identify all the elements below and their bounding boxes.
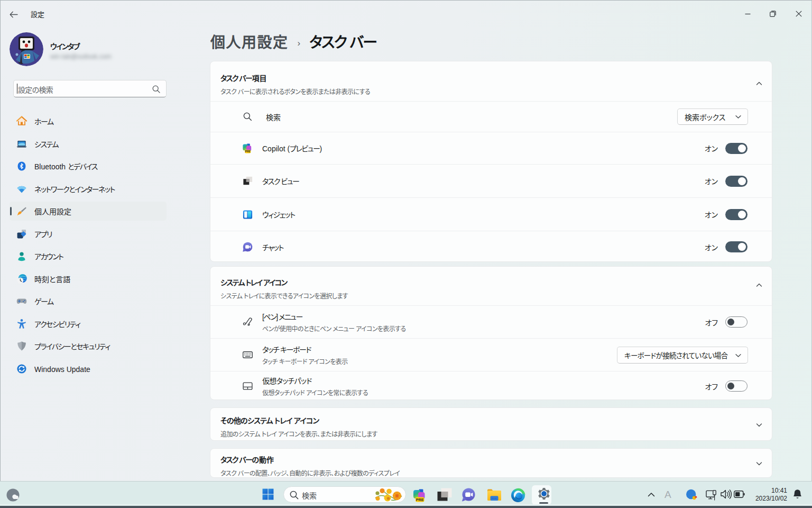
svg-text:PRE: PRE: [416, 497, 424, 502]
svg-text:PRE: PRE: [245, 150, 251, 153]
